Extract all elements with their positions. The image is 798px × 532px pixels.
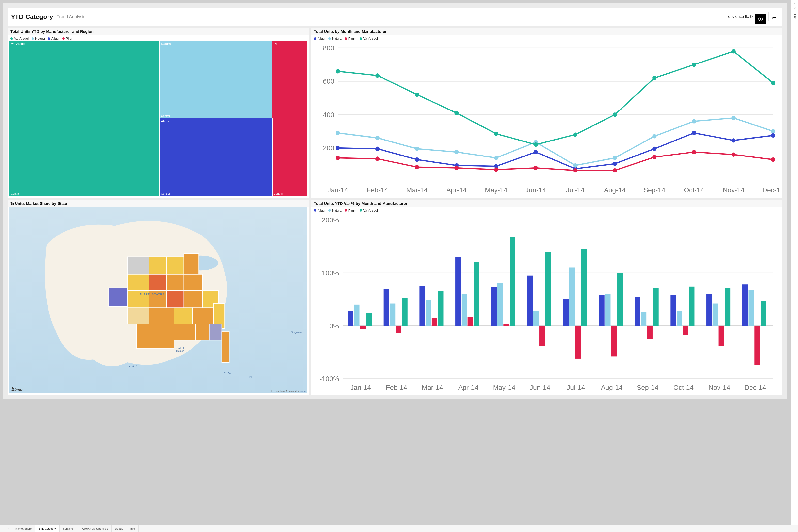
legend-item[interactable]: Aliqui [48,37,59,40]
map-tile[interactable]: % Units Market Share by State [8,200,309,395]
svg-rect-115 [348,311,354,326]
treemap-legend: VanArsdelNaturaAliquiPirum [8,35,309,41]
svg-point-54 [692,150,696,154]
tab-ytd-category[interactable]: YTD Category [35,525,60,532]
map-terms-link[interactable]: Terms [300,390,306,393]
svg-text:May-14: May-14 [493,383,515,391]
svg-text:Mar-14: Mar-14 [406,186,428,194]
svg-rect-157 [719,326,724,346]
report-header: YTD Category Trend Analysis obvience llc… [8,8,782,25]
svg-rect-72 [166,257,184,274]
bar-chart[interactable]: -100%0%100%200%Jan-14Feb-14Mar-14Apr-14M… [314,214,779,394]
svg-point-36 [454,150,459,154]
svg-point-22 [375,147,380,151]
tab-market-share[interactable]: Market Share [12,525,35,532]
svg-rect-85 [149,308,174,324]
svg-point-47 [415,165,419,169]
comment-button[interactable] [768,12,779,21]
treemap-tile[interactable]: Total Units YTD by Manufacturer and Regi… [8,28,309,197]
legend-item[interactable]: Pirum [62,37,74,40]
svg-rect-70 [127,257,149,274]
svg-point-44 [771,129,775,134]
filter-pane-label: Filtre [793,12,797,19]
page-subtitle: Trend Analysis [57,14,86,19]
treemap-chart[interactable]: VanArsdelCentral NaturaCentral PirumCent… [8,41,309,197]
svg-rect-118 [366,313,372,326]
svg-text:Jul-14: Jul-14 [566,186,585,194]
svg-point-39 [573,163,577,168]
svg-rect-73 [184,254,199,274]
svg-point-65 [652,76,657,80]
legend-item[interactable]: VanArsdel [10,37,28,40]
svg-rect-120 [390,303,395,326]
svg-rect-77 [184,274,203,290]
legend-item[interactable]: Natura [328,209,342,212]
svg-text:Jul-14: Jul-14 [567,383,585,391]
more-options-icon[interactable]: · · · [756,8,761,12]
legend-item[interactable]: Aliqui [314,37,325,40]
logo-button[interactable] [755,14,766,24]
tab-growth-opportunities[interactable]: Growth Opportunities [79,525,112,532]
svg-text:Mar-14: Mar-14 [422,383,443,391]
svg-text:100%: 100% [322,269,339,277]
svg-text:Sep-14: Sep-14 [644,186,665,194]
line-chart[interactable]: 200400600800Jan-14Feb-14Mar-14Apr-14May-… [314,42,779,196]
tab-details[interactable]: Details [112,525,127,532]
legend-item[interactable]: VanArsdel [360,37,378,40]
svg-rect-153 [683,326,688,335]
svg-rect-156 [712,303,718,326]
svg-rect-148 [641,312,646,326]
legend-item[interactable]: Natura [328,37,342,40]
svg-text:Apr-14: Apr-14 [458,383,478,391]
tab-sentiment[interactable]: Sentiment [60,525,79,532]
svg-point-59 [415,93,419,97]
svg-point-68 [771,81,775,85]
map-country-label: UNITED STATES [138,293,165,296]
legend-item[interactable]: Pirum [345,209,357,212]
svg-text:Dec-14: Dec-14 [762,186,779,194]
svg-point-29 [652,147,657,151]
chevron-left-icon: ‹ [794,1,795,5]
svg-point-48 [454,166,459,170]
svg-text:Feb-14: Feb-14 [386,383,407,391]
svg-point-49 [494,167,498,172]
svg-text:Aug-14: Aug-14 [601,383,623,391]
svg-rect-141 [575,326,581,358]
svg-rect-133 [504,324,509,326]
svg-rect-137 [539,326,545,346]
svg-text:Jun-14: Jun-14 [526,186,546,194]
tab-info[interactable]: Info [127,525,138,532]
svg-point-41 [652,134,657,138]
svg-rect-128 [461,294,467,326]
svg-rect-116 [354,305,360,326]
tab-nav-next[interactable]: › [6,525,12,532]
svg-rect-119 [384,289,390,326]
svg-point-67 [732,49,736,54]
svg-rect-154 [689,286,695,326]
bar-chart-legend: AliquiNaturaPirumVanArsdel [311,207,782,213]
legend-item[interactable]: Aliqui [314,209,325,212]
legend-item[interactable]: Natura [32,37,45,40]
line-chart-tile[interactable]: Total Units by Month and Manufacturer Al… [311,28,782,197]
svg-rect-149 [647,326,652,339]
svg-text:May-14: May-14 [485,186,507,194]
page-tabs: ‹ › Market ShareYTD CategorySentimentGro… [0,525,798,532]
bar-chart-tile[interactable]: Total Units YTD Var % by Month and Manuf… [311,200,782,395]
svg-point-31 [732,138,736,143]
bing-logo: bbing [11,386,23,392]
svg-rect-158 [725,288,730,326]
svg-point-26 [534,150,538,154]
legend-item[interactable]: VanArsdel [360,209,378,212]
map-haiti-label: HAITI [248,376,254,378]
svg-point-30 [692,131,696,135]
tab-nav-prev[interactable]: ‹ [0,525,6,532]
filter-pane-collapsed[interactable]: ‹ ▽ Filtre [791,0,798,525]
svg-rect-89 [137,324,174,349]
svg-point-58 [375,73,380,78]
legend-item[interactable]: Pirum [345,37,357,40]
map-chart[interactable]: UNITED STATES MEXICO Gulf of Mexico CUBA… [10,207,307,394]
svg-rect-134 [510,237,515,326]
svg-text:-100%: -100% [320,375,339,382]
svg-rect-132 [497,283,503,326]
svg-text:400: 400 [323,111,334,119]
